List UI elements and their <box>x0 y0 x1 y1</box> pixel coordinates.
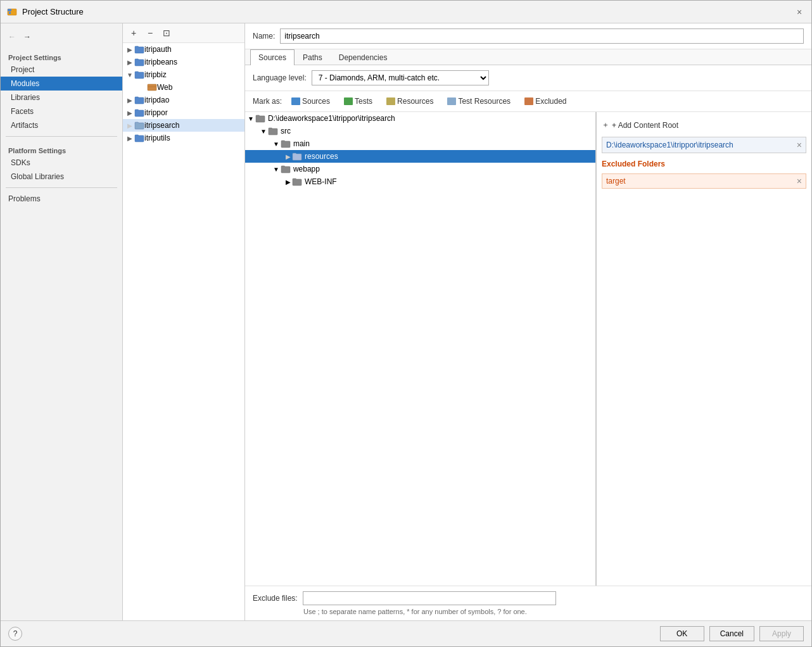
sidebar-item-artifacts[interactable]: Artifacts <box>1 118 122 132</box>
file-tree-webinf-name: WEB-INF <box>305 177 337 186</box>
file-tree-resources[interactable]: ▶ resources <box>245 150 595 163</box>
tree-item-itriputils[interactable]: ▶ itriputils <box>123 132 244 144</box>
project-settings-header: Project Settings <box>1 50 122 63</box>
folder-icon-itripdao <box>134 96 144 104</box>
folder-icon-itripbeans <box>134 58 144 66</box>
tree-item-itrippor[interactable]: ▶ itrippor <box>123 106 244 119</box>
mark-sources-button[interactable]: Sources <box>287 95 334 108</box>
webinf-folder-icon <box>292 177 302 186</box>
cancel-button[interactable]: Cancel <box>709 626 754 641</box>
excluded-folders-label: Excluded Folders <box>602 157 806 171</box>
excluded-folder-name: target <box>606 177 626 185</box>
file-tree-main[interactable]: ▼ main <box>245 137 595 150</box>
tree-arrow-itripbiz: ▼ <box>125 70 134 79</box>
sidebar-item-problems[interactable]: Problems <box>1 192 122 206</box>
tab-paths[interactable]: Paths <box>295 49 331 65</box>
apply-button[interactable]: Apply <box>759 626 804 641</box>
nav-forward-button[interactable]: → <box>21 31 34 42</box>
copy-module-button[interactable]: ⊡ <box>160 26 174 40</box>
excluded-folder-target: target × <box>602 173 806 189</box>
language-level-select[interactable]: 7 - Diamonds, ARM, multi-catch etc. <box>312 70 489 85</box>
language-level-row: Language level: 7 - Diamonds, ARM, multi… <box>245 65 811 91</box>
title-bar: Project Structure × <box>1 1 811 23</box>
tab-dependencies[interactable]: Dependencies <box>331 49 396 65</box>
mark-resources-button[interactable]: Resources <box>382 95 438 108</box>
help-button[interactable]: ? <box>8 627 22 641</box>
file-tree-webapp-name: webapp <box>293 165 320 173</box>
tree-item-itripsearch[interactable]: ▶ itripsearch <box>123 119 244 132</box>
mark-excluded-button[interactable]: Excluded <box>520 95 571 108</box>
add-icon: ＋ <box>602 120 609 130</box>
file-tree-src-name: src <box>281 127 291 135</box>
tree-item-itripbeans[interactable]: ▶ itripbeans <box>123 56 244 68</box>
tabs-row: Sources Paths Dependencies <box>245 49 811 65</box>
file-tree-webapp[interactable]: ▼ webapp <box>245 163 595 175</box>
sidebar-nav: ← → <box>1 28 122 45</box>
expand-resources-arrow: ▶ <box>286 153 291 160</box>
folder-icon-itripbiz <box>134 70 144 79</box>
close-button[interactable]: × <box>794 6 805 18</box>
name-input[interactable] <box>280 28 804 44</box>
sidebar-item-facets[interactable]: Facets <box>1 104 122 118</box>
project-structure-window: Project Structure × ← → Project Settings… <box>0 0 812 647</box>
tree-arrow: ▶ <box>125 45 134 54</box>
svg-rect-9 <box>524 97 533 105</box>
file-tree-src[interactable]: ▼ src <box>245 125 595 137</box>
folder-icon-itriputils <box>134 134 144 142</box>
sidebar-item-modules[interactable]: Modules <box>1 77 122 91</box>
svg-rect-5 <box>291 97 300 105</box>
sidebar-item-libraries[interactable]: Libraries <box>1 91 122 104</box>
tree-item-itripauth[interactable]: ▶ itripauth <box>123 43 244 56</box>
add-content-root-label: + Add Content Root <box>612 121 678 130</box>
file-tree-root[interactable]: ▼ D:\ideaworkspace1\itrippor\itripsearch <box>245 112 595 125</box>
tree-arrow: ▶ <box>125 96 134 104</box>
tree-item-web[interactable]: Web <box>123 81 244 94</box>
add-content-root-button[interactable]: ＋ + Add Content Root <box>602 117 806 133</box>
file-tree-main-name: main <box>293 139 310 148</box>
mark-sources-label: Sources <box>302 97 330 106</box>
right-panel: Name: Sources Paths Dependencies Languag… <box>245 23 811 620</box>
add-module-button[interactable]: + <box>127 26 141 40</box>
resources-folder-icon <box>292 152 302 161</box>
exclude-files-label: Exclude files: <box>253 594 298 603</box>
content-root-path-text: D:\ideaworkspace1\itrippor\itripsearch <box>606 141 733 149</box>
expand-src-arrow: ▼ <box>260 128 267 135</box>
main-content: ← → Project Settings Project Modules Lib… <box>1 23 811 620</box>
sidebar-divider <box>6 136 117 137</box>
mark-tests-label: Tests <box>355 97 372 106</box>
remove-content-root-button[interactable]: × <box>797 140 802 150</box>
sidebar: ← → Project Settings Project Modules Lib… <box>1 23 123 620</box>
sidebar-item-global-libraries[interactable]: Global Libraries <box>1 170 122 184</box>
module-name-itriputils: itriputils <box>144 134 170 142</box>
window-title: Project Structure <box>22 7 84 16</box>
module-name-itripbiz: itripbiz <box>144 70 167 79</box>
svg-rect-8 <box>447 97 456 105</box>
remove-excluded-button[interactable]: × <box>797 176 802 186</box>
tree-arrow: ▶ <box>125 108 134 117</box>
expand-main-arrow: ▼ <box>273 141 279 148</box>
mark-test-resources-button[interactable]: Test Resources <box>443 95 515 108</box>
bottom-area: Exclude files: Use ; to separate name pa… <box>245 586 811 620</box>
nav-back-button[interactable]: ← <box>6 31 18 42</box>
mark-tests-button[interactable]: Tests <box>339 95 377 108</box>
language-level-label: Language level: <box>253 73 307 82</box>
tests-icon <box>344 97 353 105</box>
resources-icon <box>386 97 395 105</box>
platform-settings-header: Platform Settings <box>1 143 122 156</box>
remove-module-button[interactable]: − <box>143 26 157 40</box>
title-bar-left: Project Structure <box>7 7 84 17</box>
mark-excluded-label: Excluded <box>535 97 566 106</box>
test-resources-icon <box>447 97 456 105</box>
folder-icon-itripsearch <box>134 121 144 130</box>
tree-item-itripbiz[interactable]: ▼ itripbiz <box>123 68 244 81</box>
sidebar-item-project[interactable]: Project <box>1 63 122 77</box>
tree-item-itripdao[interactable]: ▶ itripdao <box>123 94 244 106</box>
exclude-files-input[interactable] <box>303 591 556 605</box>
src-folder-icon <box>268 127 278 135</box>
footer-left: ? <box>8 627 22 641</box>
expand-root-arrow: ▼ <box>248 115 254 122</box>
tab-sources[interactable]: Sources <box>250 49 295 65</box>
file-tree-webinf[interactable]: ▶ WEB-INF <box>245 175 595 188</box>
sidebar-item-sdks[interactable]: SDKs <box>1 156 122 170</box>
ok-button[interactable]: OK <box>660 626 704 641</box>
